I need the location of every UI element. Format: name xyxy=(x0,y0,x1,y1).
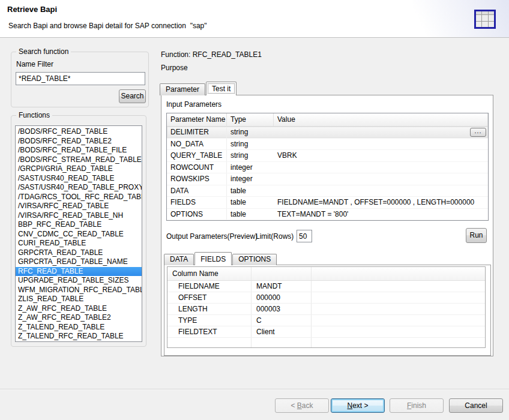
param-type-cell: integer xyxy=(227,173,274,185)
output-field-row[interactable]: FIELDTEXTClient xyxy=(167,326,485,338)
function-list-item[interactable]: Z_TALEND_READ_TABLE xyxy=(16,323,142,332)
function-list-item[interactable]: CNV_CDMC_CC_READ_TABLE xyxy=(16,230,142,239)
param-type-cell: string xyxy=(227,139,274,150)
function-list-item[interactable]: /SAST/USR40_READ_TABLE_PROXY xyxy=(16,183,142,193)
function-list-item[interactable]: WFM_MIGRATION_RFC_READ_TABLE xyxy=(16,286,142,295)
input-parameters-header: Parameter Name Type Value xyxy=(167,113,488,127)
function-list-item[interactable]: /VIRSA/RFC_READ_TABLE_NH xyxy=(16,211,142,221)
input-parameter-row[interactable]: DATAtable xyxy=(167,185,488,197)
function-list-item[interactable]: BBP_RFC_READ_TABLE xyxy=(16,220,142,230)
param-value-cell xyxy=(274,139,488,150)
param-type-cell: string xyxy=(227,150,274,161)
output-field-extra xyxy=(312,326,485,337)
input-parameter-row[interactable]: OPTIONStableTEXT=MANDT = '800' xyxy=(167,209,488,221)
tab-test-it[interactable]: Test it xyxy=(206,82,236,95)
limit-rows-input[interactable] xyxy=(297,230,312,242)
table-icon xyxy=(474,10,496,29)
tab-options[interactable]: OPTIONS xyxy=(232,254,277,265)
limit-rows-label: Limit(Rows) xyxy=(256,232,294,241)
cancel-button[interactable]: Cancel xyxy=(449,398,503,413)
param-value-cell: ... xyxy=(274,127,488,138)
function-list-item[interactable]: GRPCRTA_READ_TABLE_NAME xyxy=(16,257,142,267)
tab-parameter[interactable]: Parameter xyxy=(160,83,205,95)
input-parameters-rows: DELIMITERstring...NO_DATAstringQUERY_TAB… xyxy=(167,127,488,220)
function-list-item[interactable]: UPGRADE_READ_TABLE_SIZES xyxy=(16,276,142,286)
param-name-cell: OPTIONS xyxy=(167,209,227,220)
param-name-cell: FIELDS xyxy=(167,197,227,208)
tab-data[interactable]: DATA xyxy=(164,254,194,265)
function-list-item[interactable]: Z_AW_RFC_READ_TABLE2 xyxy=(16,313,142,323)
function-list-item[interactable]: /TDAG/RCS_TOOL_RFC_READ_TABLE xyxy=(16,193,142,202)
function-list-item[interactable]: /BODS/RFC_READ_TABLE_FILE xyxy=(16,146,142,155)
tab-fields[interactable]: FIELDS xyxy=(194,252,232,265)
output-field-value: 000000 xyxy=(251,292,312,303)
param-type-cell: table xyxy=(227,197,274,208)
input-parameter-row[interactable]: DELIMITERstring... xyxy=(167,127,488,139)
output-fields-panel: Column Name FIELDNAMEMANDTOFFSET000000LE… xyxy=(164,265,491,356)
test-it-panel: Input Parameters Parameter Name Type Val… xyxy=(161,95,493,356)
page-title: Retrieve Bapi xyxy=(7,5,57,14)
search-button[interactable]: Search xyxy=(119,89,146,103)
output-tabs: DATA FIELDS OPTIONS xyxy=(164,252,277,265)
output-field-value: Client xyxy=(251,326,312,337)
input-parameter-row[interactable]: NO_DATAstring xyxy=(167,139,488,151)
back-button: < Back xyxy=(275,398,329,413)
output-empty-row xyxy=(167,338,485,347)
col-output-extra xyxy=(312,267,485,280)
output-field-row[interactable]: OFFSET000000 xyxy=(167,292,485,304)
output-field-row[interactable]: FIELDNAMEMANDT xyxy=(167,281,485,292)
output-fields-rows: FIELDNAMEMANDTOFFSET000000LENGTH000003TY… xyxy=(167,281,485,338)
col-value[interactable]: Value xyxy=(274,113,488,126)
param-type-cell: table xyxy=(227,209,274,220)
name-filter-input[interactable] xyxy=(16,72,145,85)
output-fields-table: Column Name FIELDNAMEMANDTOFFSET000000LE… xyxy=(167,266,486,348)
function-list-item[interactable]: /BODS/RFC_STREAM_READ_TABLE xyxy=(16,155,142,165)
output-field-name: FIELDNAME xyxy=(167,281,251,292)
function-list-item[interactable]: Z_TALEND_RFC_READ_TABLE xyxy=(16,332,142,341)
footer-separator xyxy=(0,389,509,390)
next-button[interactable]: Next > xyxy=(331,398,385,413)
output-field-value: MANDT xyxy=(251,281,312,292)
output-field-row[interactable]: TYPEC xyxy=(167,315,485,326)
function-list-item[interactable]: /BODS/RFC_READ_TABLE xyxy=(16,127,142,137)
function-list-item[interactable]: GRPCRTA_READ_TABLE xyxy=(16,248,142,258)
output-field-name: LENGTH xyxy=(167,304,251,314)
functions-listbox[interactable]: /BODS/RFC_READ_TABLE/BODS/RFC_READ_TABLE… xyxy=(15,125,142,342)
col-column-name[interactable]: Column Name xyxy=(167,267,251,280)
finish-button: Finish xyxy=(390,398,444,413)
function-list-item[interactable]: ZLIS_READ_TABLE xyxy=(16,295,142,304)
param-name-cell: DELIMITER xyxy=(167,127,227,138)
function-list-item[interactable]: CURI_READ_TABLE xyxy=(16,239,142,248)
col-parameter-name[interactable]: Parameter Name xyxy=(167,113,227,126)
output-field-value: 000003 xyxy=(251,304,312,314)
function-list-item[interactable]: /SAST/USR40_READ_TABLE xyxy=(16,174,142,184)
function-list-item[interactable]: Z_AW_RFC_READ_TABLE xyxy=(16,304,142,314)
functions-group: Functions /BODS/RFC_READ_TABLE/BODS/RFC_… xyxy=(11,115,146,347)
input-parameter-row[interactable]: QUERY_TABLEstringVBRK xyxy=(167,150,488,162)
function-list-item[interactable]: /GRCPI/GRIA_READ_TABLE xyxy=(16,164,142,174)
param-name-cell: NO_DATA xyxy=(167,139,227,150)
input-parameter-row[interactable]: FIELDStableFIELDNAME=MANDT , OFFSET=0000… xyxy=(167,197,488,209)
input-parameter-row[interactable]: ROWSKIPSinteger xyxy=(167,173,488,185)
output-field-extra xyxy=(312,315,485,326)
output-field-value: C xyxy=(251,315,312,326)
ellipsis-button[interactable]: ... xyxy=(470,128,486,137)
input-parameter-row[interactable]: ROWCOUNTinteger xyxy=(167,162,488,174)
input-parameters-table: Parameter Name Type Value DELIMITERstrin… xyxy=(166,113,489,221)
function-list-item[interactable]: RFC_READ_TABLE xyxy=(16,267,142,277)
param-type-cell: table xyxy=(227,185,274,197)
output-field-extra xyxy=(312,281,485,292)
function-list-item[interactable]: /VIRSA/RFC_READ_TABLE xyxy=(16,202,142,211)
output-field-extra xyxy=(312,304,485,314)
param-name-cell: ROWSKIPS xyxy=(167,173,227,185)
run-button[interactable]: Run xyxy=(466,228,487,243)
output-field-name: OFFSET xyxy=(167,292,251,303)
output-field-extra xyxy=(312,292,485,303)
col-output-value xyxy=(251,267,312,280)
function-list-item[interactable]: /BODS/RFC_READ_TABLE2 xyxy=(16,137,142,146)
output-field-row[interactable]: LENGTH000003 xyxy=(167,304,485,315)
col-type[interactable]: Type xyxy=(227,113,274,126)
wizard-header: Retrieve Bapi Search Bapi and browse Bap… xyxy=(0,0,509,38)
output-field-name: FIELDTEXT xyxy=(167,326,251,337)
param-value-cell: VBRK xyxy=(274,150,488,161)
